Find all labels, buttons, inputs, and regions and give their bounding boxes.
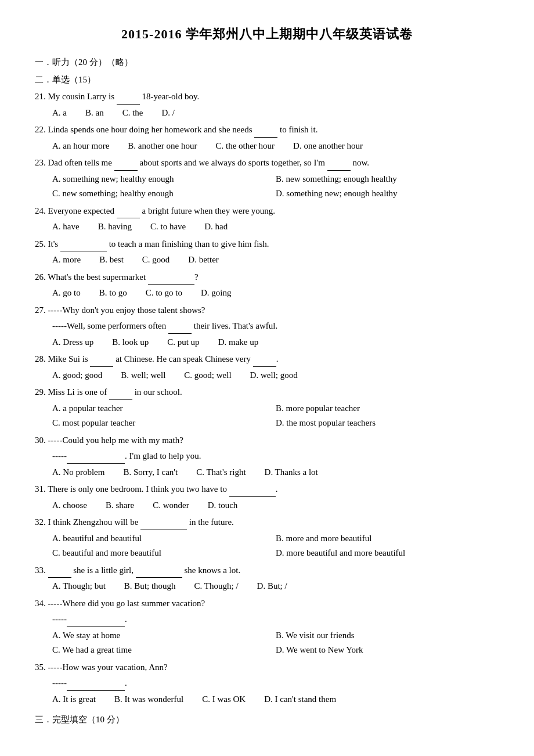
options-25: A. moreB. bestC. goodD. better (52, 253, 499, 268)
section2-header: 二．单选（15） (35, 73, 499, 88)
question-33: 33. she is a little girl, she knows a lo… (35, 563, 499, 578)
question-27b: -----Well, some performers often their l… (52, 319, 499, 334)
question-22: 22. Linda spends one hour doing her home… (35, 123, 499, 138)
options-29: A. a popular teacher B. more popular tea… (52, 401, 499, 431)
question-31: 31. There is only one bedroom. I think y… (35, 482, 499, 497)
options-23: A. something new; healthy enough B. new … (52, 172, 499, 201)
question-35a: 35. -----How was your vacation, Ann? (35, 660, 499, 675)
question-23: 23. Dad often tells me about sports and … (35, 156, 499, 171)
question-21: 21. My cousin Larry is 18-year-old boy. (35, 89, 499, 105)
question-25: 25. It's to teach a man finishing than t… (35, 237, 499, 252)
options-33: A. Though; butB. But; thoughC. Though; /… (52, 579, 499, 594)
question-24: 24. Everyone expected a bright future wh… (35, 204, 499, 219)
section1-header: 一．听力（20 分）（略） (35, 55, 499, 70)
options-22: A. an hour moreB. another one hourC. the… (52, 139, 499, 154)
options-34: A. We stay at home B. We visit our frien… (52, 628, 499, 658)
section3-header: 三．完型填空（10 分） (35, 712, 499, 728)
question-28: 28. Mike Sui is at Chinese. He can speak… (35, 352, 499, 367)
options-27: A. Dress upB. look upC. put upD. make up (52, 335, 499, 350)
question-34b: -----. (52, 612, 499, 627)
options-28: A. good; goodB. well; wellC. good; wellD… (52, 368, 499, 383)
options-26: A. go toB. to goC. to go toD. going (52, 286, 499, 301)
question-29: 29. Miss Li is one of in our school. (35, 385, 499, 400)
options-24: A. haveB. havingC. to haveD. had (52, 219, 499, 235)
options-31: A. chooseB. shareC. wonderD. touch (52, 498, 499, 513)
question-30a: 30. -----Could you help me with my math? (35, 433, 499, 448)
question-32: 32. I think Zhengzhou will be in the fut… (35, 515, 499, 530)
question-35b: -----. (52, 676, 499, 691)
question-30b: -----. I'm glad to help you. (52, 449, 499, 464)
options-21: A. aB. anC. theD. / (52, 106, 499, 121)
question-34a: 34. -----Where did you go last summer va… (35, 596, 499, 611)
options-32: A. beautiful and beautiful B. more and m… (52, 531, 499, 561)
question-27a: 27. -----Why don't you enjoy those talen… (35, 303, 499, 318)
options-35: A. It is greatB. It was wonderfulC. I wa… (52, 692, 499, 707)
options-30: A. No problemB. Sorry, I can'tC. That's … (52, 465, 499, 480)
question-26: 26. What's the best supermarket ? (35, 270, 499, 285)
page-title: 2015-2016 学年郑州八中上期期中八年级英语试卷 (35, 23, 499, 45)
